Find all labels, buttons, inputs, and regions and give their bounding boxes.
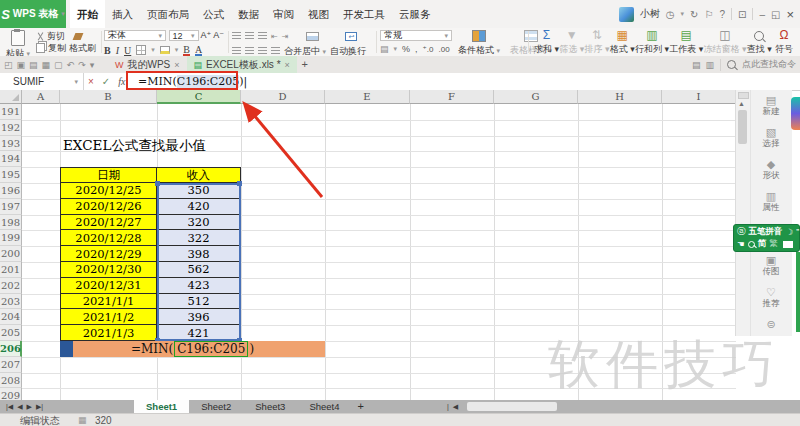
ribbon-worksheet-button[interactable]: ▤工作表 ▾ bbox=[669, 29, 703, 56]
collapse-ribbon-icon[interactable]: ⊡ bbox=[738, 9, 746, 20]
column-header-C[interactable]: C bbox=[157, 90, 241, 104]
history-clock-icon[interactable]: ◷ bbox=[666, 9, 675, 20]
cell-date-header[interactable]: 日期 bbox=[60, 167, 157, 183]
row-header-205[interactable]: 205 bbox=[0, 325, 22, 341]
number-format-select[interactable]: 常规▾ bbox=[380, 30, 452, 41]
chevron-down-icon[interactable]: ▾ bbox=[74, 78, 78, 86]
ribbon-sort-button[interactable]: ⇅排序 ▾ bbox=[585, 29, 610, 56]
command-search-button[interactable]: 点此查找命令 bbox=[742, 58, 796, 71]
font-color-button[interactable]: B bbox=[183, 45, 190, 56]
chevron-down-icon[interactable]: ▾ bbox=[151, 46, 155, 54]
insert-function-button[interactable]: fx bbox=[118, 76, 125, 87]
app-tab-开始[interactable]: 开始 bbox=[70, 0, 105, 28]
quick-icon-6[interactable]: ↷ bbox=[78, 60, 86, 70]
decrease-indent-icon[interactable]: ⇤ bbox=[271, 32, 278, 41]
quick-icon-5[interactable]: ↶ bbox=[67, 60, 75, 70]
cell-value[interactable]: 350 bbox=[157, 183, 241, 199]
app-tab-视图[interactable]: 视图 bbox=[301, 0, 336, 28]
accept-entry-button[interactable]: ✓ bbox=[102, 76, 110, 87]
floating-widget[interactable] bbox=[791, 97, 800, 130]
moon-icon[interactable]: ☽ bbox=[786, 227, 794, 237]
app-tab-公式[interactable]: 公式 bbox=[196, 0, 231, 28]
cell-income-header[interactable]: 收入 bbox=[157, 167, 241, 183]
chevron-down-icon[interactable]: ▾ bbox=[175, 46, 179, 54]
cell-date[interactable]: 2021/1/2 bbox=[60, 309, 157, 325]
row-header-197[interactable]: 197 bbox=[0, 199, 22, 215]
row-header-203[interactable]: 203 bbox=[0, 294, 22, 310]
row-header-201[interactable]: 201 bbox=[0, 262, 22, 278]
font-size-select[interactable]: 12▾ bbox=[169, 30, 199, 41]
minimize-button[interactable]: – bbox=[759, 9, 765, 20]
quick-icon-2[interactable]: ▤ bbox=[29, 60, 38, 70]
cell-date[interactable]: 2020/12/27 bbox=[60, 215, 157, 231]
increase-decimal-button[interactable]: ⁺.0 bbox=[423, 45, 434, 54]
document-tab[interactable]: W我的WPS× bbox=[108, 56, 187, 73]
ribbon-filter-button[interactable]: ▼筛选 ▾ bbox=[559, 29, 584, 56]
ribbon-freeze-button[interactable]: ◫冻结窗格 ▾ bbox=[704, 29, 747, 56]
add-sheet-button[interactable]: + bbox=[352, 400, 370, 413]
sidebar-item-属性[interactable]: ▥属性 bbox=[750, 190, 792, 214]
vertical-scrollbar[interactable]: ▲ bbox=[736, 90, 751, 336]
close-icon[interactable]: × bbox=[174, 60, 179, 70]
prev-sheet-icon[interactable]: ◀ bbox=[17, 403, 22, 411]
align-top-icon[interactable] bbox=[232, 32, 241, 40]
increase-indent-icon[interactable]: ⇥ bbox=[282, 32, 289, 41]
row-header-193[interactable]: 193 bbox=[0, 136, 22, 152]
chevron-down-icon[interactable]: ▾ bbox=[394, 45, 398, 53]
vertical-scrollbar-thumb[interactable] bbox=[738, 110, 747, 144]
app-tab-云服务[interactable]: 云服务 bbox=[392, 0, 438, 28]
shrink-font-button[interactable]: A⁻ bbox=[213, 30, 224, 40]
scroll-up-icon[interactable]: ▲ bbox=[738, 100, 745, 107]
ime-search-icon[interactable] bbox=[748, 241, 755, 248]
ime-toolbar[interactable]: ⓐ 五笔拼音 ☽ ” ☚ 简 繁 bbox=[733, 224, 800, 252]
cell-value[interactable]: 396 bbox=[157, 309, 241, 325]
copy-button[interactable]: 复制 bbox=[48, 42, 66, 55]
column-header-D[interactable]: D bbox=[241, 90, 325, 104]
sheet-tab-Sheet3[interactable]: Sheet3 bbox=[243, 400, 297, 413]
last-sheet-icon[interactable]: ▶| bbox=[36, 403, 43, 411]
ribbon-find-button[interactable]: 查找 ▾ bbox=[747, 29, 772, 56]
align-center-icon[interactable] bbox=[245, 47, 254, 55]
ribbon-sum-button[interactable]: Σ求和 ▾ bbox=[534, 29, 559, 56]
row-header-191[interactable]: 191 bbox=[0, 104, 22, 120]
row-header-207[interactable]: 207 bbox=[0, 357, 22, 373]
app-tab-页面布局[interactable]: 页面布局 bbox=[140, 0, 196, 28]
app-tab-开发工具[interactable]: 开发工具 bbox=[336, 0, 392, 28]
help-icon[interactable]: ? bbox=[719, 9, 725, 20]
docbar-icon-1[interactable]: ▥ bbox=[705, 60, 714, 70]
row-header-198[interactable]: 198 bbox=[0, 215, 22, 231]
highlight-color-button[interactable]: A bbox=[195, 45, 202, 56]
sheet-tab-Sheet2[interactable]: Sheet2 bbox=[189, 400, 243, 413]
align-left-icon[interactable] bbox=[232, 47, 241, 55]
cell-date[interactable]: 2020/12/26 bbox=[60, 199, 157, 215]
cell-date[interactable]: 2020/12/30 bbox=[60, 262, 157, 278]
underline-button[interactable]: U bbox=[124, 45, 131, 56]
quick-icon-3[interactable]: ▦ bbox=[42, 60, 51, 70]
chevron-down-icon[interactable]: ▾ bbox=[681, 10, 685, 18]
fill-color-icon[interactable] bbox=[160, 46, 170, 54]
comma-button[interactable]: , bbox=[415, 44, 418, 54]
row-header-199[interactable]: 199 bbox=[0, 230, 22, 246]
ime-simplified-toggle[interactable]: 简 bbox=[758, 238, 767, 250]
cell-value[interactable]: 420 bbox=[157, 199, 241, 215]
cell-value[interactable]: 398 bbox=[157, 246, 241, 262]
quick-icon-4[interactable]: ▢ bbox=[54, 60, 63, 70]
sheet-tab-Sheet4[interactable]: Sheet4 bbox=[297, 400, 351, 413]
column-header-G[interactable]: G bbox=[494, 90, 578, 104]
ime-traditional-toggle[interactable]: 繁 bbox=[769, 238, 778, 250]
grow-font-button[interactable]: A⁺ bbox=[201, 30, 212, 40]
format-painter-button[interactable]: 格式刷 bbox=[69, 42, 96, 55]
bold-button[interactable]: B bbox=[104, 45, 111, 56]
conditional-format-button[interactable]: 条件格式 ▾ bbox=[458, 29, 500, 57]
cell-date[interactable]: 2021/1/1 bbox=[60, 294, 157, 310]
row-header-195[interactable]: 195 bbox=[0, 167, 22, 183]
column-header-I[interactable]: I bbox=[662, 90, 736, 104]
cell-value[interactable]: 423 bbox=[157, 278, 241, 294]
sidebar-bottom-icon[interactable]: ⊜ bbox=[750, 318, 792, 330]
sidebar-item-选择[interactable]: ▧选择 bbox=[750, 126, 792, 150]
column-header-B[interactable]: B bbox=[60, 90, 157, 104]
close-icon[interactable]: × bbox=[285, 60, 290, 70]
first-sheet-icon[interactable]: |◀ bbox=[6, 403, 13, 411]
column-header-A[interactable]: A bbox=[22, 90, 60, 104]
cell-date[interactable]: 2020/12/28 bbox=[60, 230, 157, 246]
